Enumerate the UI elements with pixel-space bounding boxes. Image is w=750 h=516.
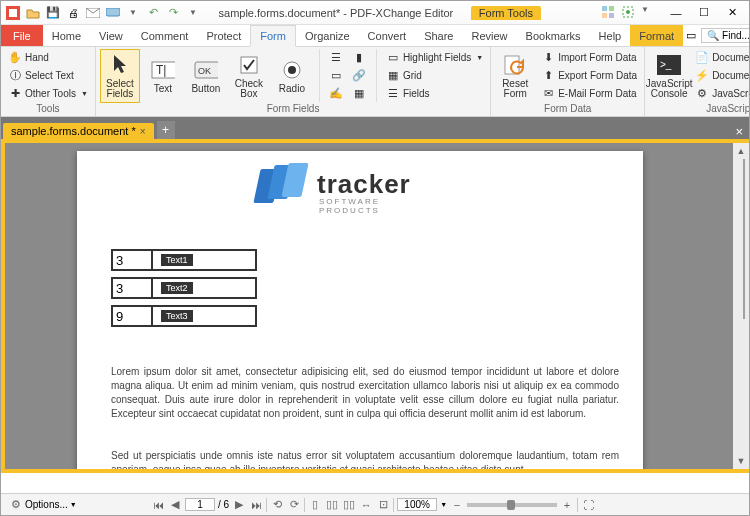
prev-page-icon[interactable]: ◀ [168, 498, 182, 512]
document-tab[interactable]: sample.forms.document *× [3, 123, 154, 139]
file-tab[interactable]: File [1, 25, 43, 46]
collapse-ribbon-icon[interactable]: ▭ [683, 28, 699, 44]
svg-rect-4 [602, 6, 607, 11]
fullscreen-icon[interactable]: ⛶ [581, 498, 595, 512]
find-icon: 🔍 [707, 30, 719, 41]
options-button[interactable]: ⚙Options...▼ [5, 497, 81, 513]
zoom-slider[interactable] [467, 503, 557, 507]
select-fields-button[interactable]: Select Fields [100, 49, 140, 103]
checkbox-button[interactable]: Check Box [229, 49, 269, 103]
form-field-1[interactable]: 3Text1 [111, 249, 257, 271]
open-icon[interactable] [25, 5, 41, 21]
tab-protect[interactable]: Protect [197, 25, 250, 46]
tab-organize[interactable]: Organize [296, 25, 359, 46]
tab-convert[interactable]: Convert [359, 25, 416, 46]
print-icon[interactable]: 🖨 [65, 5, 81, 21]
checkbox-icon [237, 53, 261, 77]
fields-button[interactable]: ☰Fields [383, 85, 486, 102]
text-cursor-icon: Ⓘ [8, 69, 22, 83]
email-form-data[interactable]: ✉E-Mail Form Data [538, 85, 640, 102]
last-page-icon[interactable]: ⏭ [249, 498, 263, 512]
tab-bookmarks[interactable]: Bookmarks [517, 25, 590, 46]
doc-actions[interactable]: ⚡Document Actions [692, 67, 750, 84]
save-icon[interactable]: 💾 [45, 5, 61, 21]
tab-share[interactable]: Share [415, 25, 462, 46]
first-page-icon[interactable]: ⏮ [151, 498, 165, 512]
barcode-button[interactable]: ▮ [349, 49, 369, 66]
export-form-data[interactable]: ⬆Export Form Data [538, 67, 640, 84]
nav-fwd-icon[interactable]: ⟳ [287, 498, 301, 512]
radio-button[interactable]: Radio [272, 49, 312, 103]
two-page-icon[interactable]: ▯▯ [342, 498, 356, 512]
zoom-input[interactable] [397, 498, 437, 511]
select-text-tool[interactable]: ⒾSelect Text [5, 67, 91, 84]
fit-width-icon[interactable]: ↔ [359, 498, 373, 512]
single-page-icon[interactable]: ▯ [308, 498, 322, 512]
page-input[interactable] [185, 498, 215, 511]
fit-page-icon[interactable]: ⊡ [376, 498, 390, 512]
image-button[interactable]: ▦ [349, 85, 369, 102]
tab-comment[interactable]: Comment [132, 25, 198, 46]
scroll-thumb[interactable] [743, 159, 745, 319]
title-bar: 💾 🖨 ▼ ↶ ↷ ▼ sample.forms.document* - PDF… [1, 1, 749, 25]
form-field-3[interactable]: 9Text3 [111, 305, 257, 327]
link-button[interactable]: 🔗 [349, 67, 369, 84]
mail-icon[interactable] [85, 5, 101, 21]
continuous-icon[interactable]: ▯▯ [325, 498, 339, 512]
page-total: / 6 [218, 499, 229, 510]
tools-icon: ✚ [8, 87, 22, 101]
new-tab-button[interactable]: + [157, 121, 175, 139]
launch-icon[interactable] [621, 5, 637, 21]
text-field-button[interactable]: T|Text [143, 49, 183, 103]
tab-help[interactable]: Help [590, 25, 631, 46]
scan-icon[interactable] [105, 5, 121, 21]
minimize-button[interactable]: — [663, 4, 689, 22]
zoom-in-icon[interactable]: + [560, 498, 574, 512]
tab-review[interactable]: Review [462, 25, 516, 46]
import-form-data[interactable]: ⬇Import Form Data [538, 49, 640, 66]
doc-javascript[interactable]: 📄Document JavaScript [692, 49, 750, 66]
viewport[interactable]: tracker SOFTWARE PRODUCTS 3Text1 3Text2 … [5, 143, 733, 469]
other-tools[interactable]: ✚Other Tools▼ [5, 85, 91, 102]
qat-more2-icon[interactable]: ▼ [185, 5, 201, 21]
pdf-page: tracker SOFTWARE PRODUCTS 3Text1 3Text2 … [77, 151, 643, 469]
quick-access-toolbar: 💾 🖨 ▼ ↶ ↷ ▼ [5, 5, 201, 21]
hand-tool[interactable]: ✋Hand [5, 49, 91, 66]
ui-options-icon[interactable] [601, 5, 617, 21]
ribbon: ✋Hand ⒾSelect Text ✚Other Tools▼ Tools S… [1, 47, 749, 117]
close-button[interactable]: ✕ [719, 4, 745, 22]
signature-button[interactable]: ✍ [326, 85, 346, 102]
close-all-tabs[interactable]: × [729, 124, 749, 139]
tab-format[interactable]: Format [630, 25, 683, 46]
js-console-button[interactable]: >_JavaScript Console [649, 49, 689, 103]
list-box-button[interactable]: ☰ [326, 49, 346, 66]
form-field-2[interactable]: 3Text2 [111, 277, 257, 299]
maximize-button[interactable]: ☐ [691, 4, 717, 22]
svg-text:T|: T| [156, 63, 166, 77]
more-icon[interactable]: ▼ [641, 5, 657, 21]
button-field-button[interactable]: OKButton [186, 49, 226, 103]
group-javascript: >_JavaScript Console 📄Document JavaScrip… [645, 47, 750, 116]
close-tab-icon[interactable]: × [140, 126, 146, 137]
tab-view[interactable]: View [90, 25, 132, 46]
cursor-icon [108, 53, 132, 77]
scroll-up-icon[interactable]: ▲ [737, 143, 746, 159]
js-options[interactable]: ⚙JavaScript Options [692, 85, 750, 102]
vertical-scrollbar[interactable]: ▲ ▼ [733, 143, 749, 469]
next-page-icon[interactable]: ▶ [232, 498, 246, 512]
tab-form[interactable]: Form [250, 25, 296, 47]
combobox-icon: ▭ [329, 69, 343, 83]
reset-form-button[interactable]: Reset Form [495, 49, 535, 103]
grid-button[interactable]: ▦Grid [383, 67, 486, 84]
combo-box-button[interactable]: ▭ [326, 67, 346, 84]
redo-icon[interactable]: ↷ [165, 5, 181, 21]
qat-more-icon[interactable]: ▼ [125, 5, 141, 21]
zoom-out-icon[interactable]: − [450, 498, 464, 512]
find-button[interactable]: 🔍Find... [701, 28, 750, 43]
logo-subtitle: SOFTWARE PRODUCTS [319, 197, 411, 215]
undo-icon[interactable]: ↶ [145, 5, 161, 21]
tab-home[interactable]: Home [43, 25, 90, 46]
nav-back-icon[interactable]: ⟲ [270, 498, 284, 512]
highlight-fields-button[interactable]: ▭Highlight Fields▼ [383, 49, 486, 66]
scroll-down-icon[interactable]: ▼ [737, 453, 746, 469]
